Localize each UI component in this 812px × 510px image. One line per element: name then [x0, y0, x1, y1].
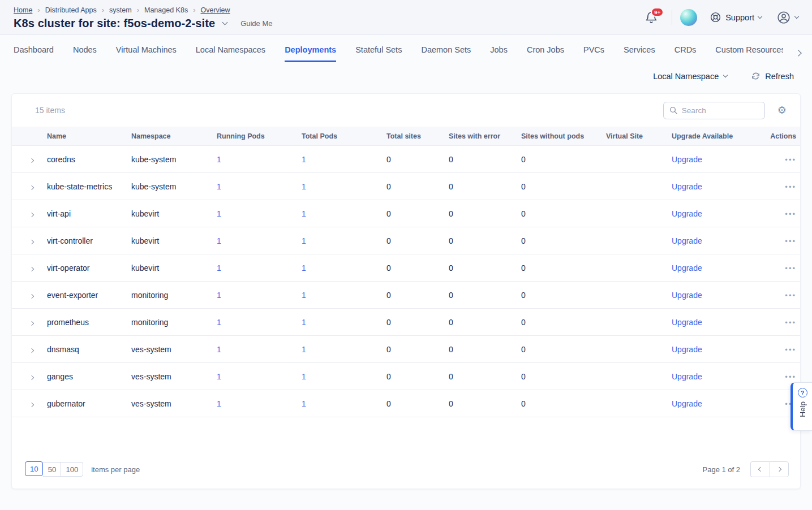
- cell-total-pods-link[interactable]: 1: [302, 372, 386, 381]
- cell-running-pods-link[interactable]: 1: [217, 236, 302, 245]
- expand-row-button[interactable]: [23, 372, 47, 381]
- next-page-button[interactable]: [770, 461, 789, 477]
- notification-badge: 9+: [651, 7, 664, 18]
- cell-total-pods-link[interactable]: 1: [302, 291, 386, 300]
- upgrade-link[interactable]: Upgrade: [672, 182, 762, 191]
- cell-running-pods-link[interactable]: 1: [217, 399, 302, 408]
- row-actions-menu-button[interactable]: •••: [785, 318, 796, 327]
- tab-virtual-machines[interactable]: Virtual Machines: [116, 45, 177, 62]
- row-actions-menu-button[interactable]: •••: [785, 373, 796, 381]
- breadcrumb-item[interactable]: Managed K8s: [144, 6, 188, 14]
- chevron-right-icon: [29, 321, 34, 325]
- namespace-selector[interactable]: Local Namespace: [653, 72, 727, 81]
- cell-total-pods-link[interactable]: 1: [302, 182, 386, 191]
- tab-cron-jobs[interactable]: Cron Jobs: [527, 45, 564, 62]
- previous-page-button[interactable]: [750, 461, 770, 477]
- notifications-button[interactable]: 9+: [645, 11, 658, 24]
- expand-row-button[interactable]: [23, 345, 47, 354]
- cell-namespace: ves-system: [131, 372, 217, 381]
- cell-total-pods-link[interactable]: 1: [302, 345, 386, 354]
- upgrade-link[interactable]: Upgrade: [672, 236, 762, 245]
- tab-stateful-sets[interactable]: Stateful Sets: [355, 45, 402, 62]
- tab-crds[interactable]: CRDs: [674, 45, 697, 62]
- cell-running-pods-link[interactable]: 1: [217, 155, 302, 164]
- help-label: Help: [798, 401, 807, 417]
- page-info: Page 1 of 2: [703, 465, 741, 474]
- column-header-total-pods: Total Pods: [302, 132, 386, 140]
- table-row: corednskube-system11000Upgrade•••: [12, 146, 800, 173]
- expand-row-button[interactable]: [23, 263, 47, 273]
- support-menu[interactable]: Support: [710, 11, 762, 23]
- cell-running-pods-link[interactable]: 1: [217, 345, 302, 354]
- tab-services[interactable]: Services: [624, 45, 655, 62]
- upgrade-link[interactable]: Upgrade: [672, 345, 762, 354]
- expand-row-button[interactable]: [23, 399, 47, 408]
- cell-total-pods-link[interactable]: 1: [302, 399, 386, 408]
- breadcrumb-item[interactable]: Distributed Apps: [45, 6, 97, 14]
- row-actions-menu-button[interactable]: •••: [785, 183, 796, 191]
- breadcrumb-item[interactable]: Overview: [200, 6, 230, 14]
- table-row: prometheusmonitoring11000Upgrade•••: [12, 309, 800, 336]
- upgrade-link[interactable]: Upgrade: [672, 318, 762, 327]
- cell-name: ganges: [47, 372, 131, 381]
- search-input[interactable]: [663, 102, 765, 119]
- help-button[interactable]: ? Help: [790, 382, 812, 431]
- page-size-100[interactable]: 100: [61, 462, 83, 477]
- row-actions-menu-button[interactable]: •••: [785, 210, 796, 218]
- row-actions-menu-button[interactable]: •••: [785, 155, 796, 164]
- expand-row-button[interactable]: [23, 182, 47, 191]
- tab-local-namespaces[interactable]: Local Namespaces: [196, 45, 265, 62]
- cell-namespace: ves-system: [131, 345, 217, 354]
- expand-row-button[interactable]: [23, 155, 47, 164]
- upgrade-link[interactable]: Upgrade: [672, 209, 762, 218]
- row-actions-menu-button[interactable]: •••: [785, 237, 796, 245]
- row-actions-menu-button[interactable]: •••: [785, 264, 796, 273]
- chevron-right-icon: [29, 212, 34, 217]
- tab-pvcs[interactable]: PVCs: [583, 45, 604, 62]
- upgrade-link[interactable]: Upgrade: [672, 155, 762, 164]
- tab-custom-resources[interactable]: Custom Resources: [715, 45, 783, 62]
- cell-total-pods-link[interactable]: 1: [302, 318, 386, 327]
- breadcrumb-item[interactable]: Home: [14, 6, 32, 14]
- breadcrumb-item[interactable]: system: [109, 6, 132, 14]
- cell-total-pods-link[interactable]: 1: [302, 263, 386, 273]
- upgrade-link[interactable]: Upgrade: [672, 399, 762, 408]
- cell-namespace: kubevirt: [131, 209, 217, 218]
- page-size-10[interactable]: 10: [25, 461, 43, 476]
- account-menu[interactable]: [776, 10, 798, 25]
- tab-deployments[interactable]: Deployments: [285, 45, 336, 62]
- tab-overflow-chevron-right-icon[interactable]: [796, 47, 801, 58]
- expand-row-button[interactable]: [23, 236, 47, 245]
- cell-running-pods-link[interactable]: 1: [217, 318, 302, 327]
- cell-running-pods-link[interactable]: 1: [217, 182, 302, 191]
- refresh-button[interactable]: Refresh: [751, 71, 794, 81]
- upgrade-link[interactable]: Upgrade: [672, 291, 762, 300]
- cell-running-pods-link[interactable]: 1: [217, 372, 302, 381]
- tab-nodes[interactable]: Nodes: [73, 45, 97, 62]
- upgrade-link[interactable]: Upgrade: [672, 372, 762, 381]
- tenant-avatar[interactable]: [680, 9, 697, 26]
- tab-daemon-sets[interactable]: Daemon Sets: [421, 45, 471, 62]
- expand-row-button[interactable]: [23, 291, 47, 300]
- title-chevron-down-icon[interactable]: [222, 20, 228, 25]
- page-size-50[interactable]: 50: [43, 462, 61, 477]
- cell-running-pods-link[interactable]: 1: [217, 263, 302, 273]
- expand-row-button[interactable]: [23, 209, 47, 218]
- tab-dashboard[interactable]: Dashboard: [14, 45, 54, 62]
- upgrade-link[interactable]: Upgrade: [672, 263, 762, 273]
- tab-jobs[interactable]: Jobs: [490, 45, 508, 62]
- expand-row-button[interactable]: [23, 318, 47, 327]
- row-actions-menu-button[interactable]: •••: [785, 291, 796, 300]
- row-actions: •••: [762, 236, 796, 245]
- cell-total-pods-link[interactable]: 1: [302, 155, 386, 164]
- cell-total-sites: 0: [386, 291, 449, 300]
- cell-running-pods-link[interactable]: 1: [217, 209, 302, 218]
- cell-total-pods-link[interactable]: 1: [302, 209, 386, 218]
- cell-running-pods-link[interactable]: 1: [217, 291, 302, 300]
- cell-total-pods-link[interactable]: 1: [302, 236, 386, 245]
- namespace-selector-label: Local Namespace: [653, 72, 719, 81]
- row-actions-menu-button[interactable]: •••: [785, 345, 796, 354]
- guide-me-button[interactable]: Guide Me: [240, 19, 272, 28]
- cell-sites-with-error: 0: [449, 155, 521, 164]
- table-settings-gear-icon[interactable]: ⚙: [777, 105, 787, 115]
